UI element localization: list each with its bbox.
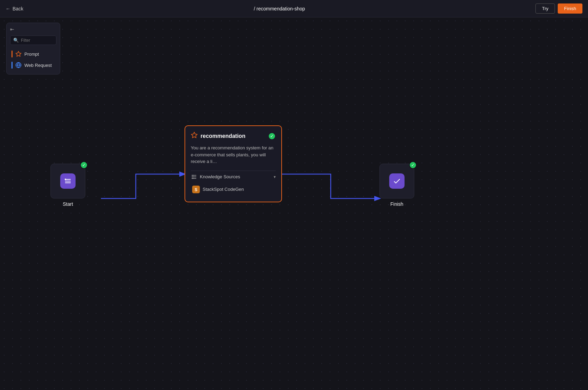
finish-icon: [389, 173, 405, 189]
title-prefix: /: [254, 6, 255, 11]
finish-node[interactable]: ✓ Finish: [379, 164, 414, 207]
web-accent-bar: [11, 62, 13, 69]
stackspot-icon: S: [192, 186, 200, 193]
header: ← Back / recommendation-shop Try Finish: [0, 0, 588, 17]
title-text: recommendation-shop: [257, 6, 305, 11]
knowledge-sources-row[interactable]: Knowledge Sources ▾: [191, 171, 276, 183]
start-node-card: ✓: [50, 164, 85, 198]
arrow-left-icon: ←: [6, 6, 10, 11]
header-title: / recommendation-shop: [254, 6, 305, 11]
rec-title: recommendation: [201, 133, 245, 139]
rec-check: ✓: [268, 132, 276, 140]
back-button[interactable]: ← Back: [6, 6, 23, 11]
svg-marker-0: [16, 52, 21, 56]
back-label: Back: [13, 6, 23, 11]
finish-check: ✓: [409, 161, 417, 169]
try-button[interactable]: Try: [535, 3, 555, 14]
sidebar-item-web-request[interactable]: Web Request: [10, 60, 56, 71]
sidebar-panel: ⇤ 🔍 Prompt Web Request: [6, 23, 60, 75]
collapse-button[interactable]: ⇤: [10, 26, 56, 32]
sidebar-item-prompt[interactable]: Prompt: [10, 48, 56, 60]
filter-container: 🔍: [10, 36, 56, 45]
rec-description: You are a recommendation system for an e…: [191, 145, 276, 165]
start-label: Start: [63, 201, 73, 207]
finish-label: Finish: [390, 201, 403, 207]
svg-text:S: S: [195, 187, 197, 192]
collapse-icon: ⇤: [10, 26, 14, 32]
start-icon: [60, 173, 76, 189]
prompt-label: Prompt: [24, 52, 39, 57]
knowledge-sources-label: Knowledge Sources: [200, 174, 240, 179]
filter-input[interactable]: [21, 38, 53, 43]
knowledge-sources-icon: [191, 174, 197, 180]
stackspot-row: S StackSpot CodeGen: [191, 183, 276, 196]
start-node[interactable]: ✓ Start: [50, 164, 85, 207]
svg-rect-3: [65, 179, 66, 180]
chevron-down-icon: ▾: [274, 174, 276, 179]
web-icon: [15, 62, 22, 68]
canvas: ✓ Start recommendation ✓ You are a recom…: [0, 17, 588, 390]
prompt-icon: [15, 51, 22, 57]
prompt-accent-bar: [11, 50, 13, 57]
rec-title-group: recommendation: [191, 132, 245, 140]
rec-prompt-icon: [191, 132, 198, 140]
recommendation-node[interactable]: recommendation ✓ You are a recommendatio…: [185, 125, 282, 202]
header-actions: Try Finish: [535, 3, 582, 14]
connectors-svg: [0, 17, 588, 390]
finish-button[interactable]: Finish: [558, 3, 582, 14]
knowledge-sources-left: Knowledge Sources: [191, 174, 240, 180]
finish-node-card: ✓: [379, 164, 414, 198]
start-check: ✓: [80, 161, 88, 169]
rec-card-header: recommendation ✓: [191, 132, 276, 140]
svg-marker-4: [191, 132, 197, 138]
stackspot-label: StackSpot CodeGen: [203, 187, 244, 192]
web-request-label: Web Request: [24, 63, 52, 68]
search-icon: 🔍: [13, 38, 19, 43]
